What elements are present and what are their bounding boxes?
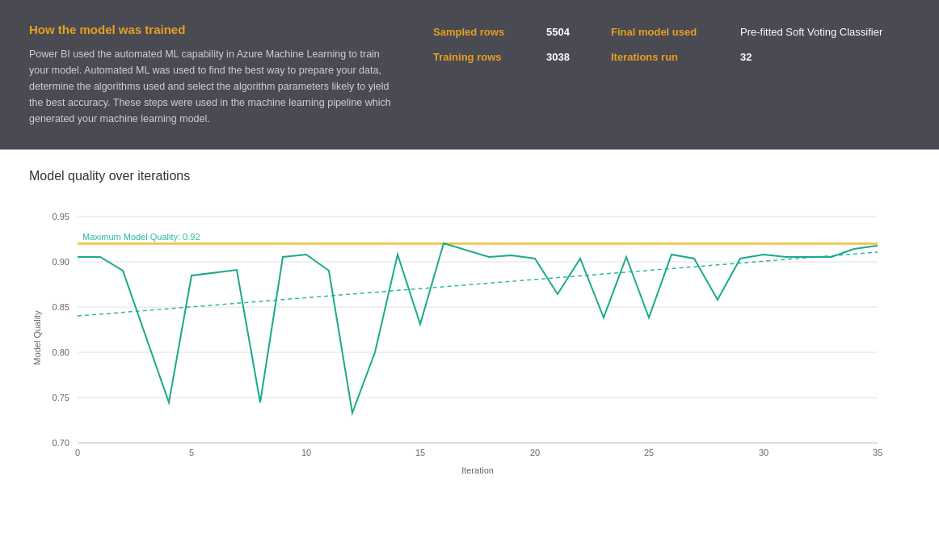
iterations-value: 32 xyxy=(740,51,752,63)
training-rows-label: Training rows xyxy=(433,51,546,63)
svg-text:25: 25 xyxy=(644,448,654,457)
quality-line xyxy=(78,243,878,413)
svg-text:15: 15 xyxy=(415,448,425,457)
chart-svg: 0.95 0.90 0.85 0.80 0.75 0.70 Model Qual… xyxy=(29,196,902,503)
final-model-label: Final model used xyxy=(611,26,740,38)
description-block: How the model was trained Power BI used … xyxy=(29,23,401,127)
chart-title: Model quality over iterations xyxy=(29,169,910,183)
svg-text:0.70: 0.70 xyxy=(53,438,69,448)
max-quality-label: Maximum Model Quality: 0.92 xyxy=(82,232,200,242)
svg-text:0.95: 0.95 xyxy=(53,212,69,221)
svg-text:5: 5 xyxy=(189,448,194,457)
svg-text:20: 20 xyxy=(530,448,540,457)
panel-description: Power BI used the automated ML capabilit… xyxy=(29,46,401,127)
svg-text:0: 0 xyxy=(75,448,80,457)
svg-text:35: 35 xyxy=(873,448,882,457)
training-rows-row: Training rows 3038 Iterations run 32 xyxy=(433,51,882,63)
svg-text:0.90: 0.90 xyxy=(53,257,69,267)
final-model-value: Pre-fitted Soft Voting Classifier xyxy=(740,26,882,38)
svg-text:30: 30 xyxy=(759,448,768,457)
x-axis-label: Iteration xyxy=(461,465,494,475)
stats-block: Sampled rows 5504 Final model used Pre-f… xyxy=(433,23,882,63)
svg-text:0.85: 0.85 xyxy=(53,302,69,312)
sampled-rows-value: 5504 xyxy=(546,26,611,38)
y-axis-label: Model Quality xyxy=(32,310,42,365)
sampled-rows-row: Sampled rows 5504 Final model used Pre-f… xyxy=(433,26,882,38)
sampled-rows-label: Sampled rows xyxy=(433,26,546,38)
svg-text:0.80: 0.80 xyxy=(53,347,69,357)
svg-text:0.75: 0.75 xyxy=(53,393,69,402)
top-panel: How the model was trained Power BI used … xyxy=(0,0,939,149)
panel-title: How the model was trained xyxy=(29,23,401,36)
svg-text:10: 10 xyxy=(301,448,311,457)
iterations-label: Iterations run xyxy=(611,51,740,63)
chart-panel: Model quality over iterations 0.95 0.90 xyxy=(0,149,939,520)
chart-container: 0.95 0.90 0.85 0.80 0.75 0.70 Model Qual… xyxy=(29,196,902,503)
training-rows-value: 3038 xyxy=(546,51,611,63)
